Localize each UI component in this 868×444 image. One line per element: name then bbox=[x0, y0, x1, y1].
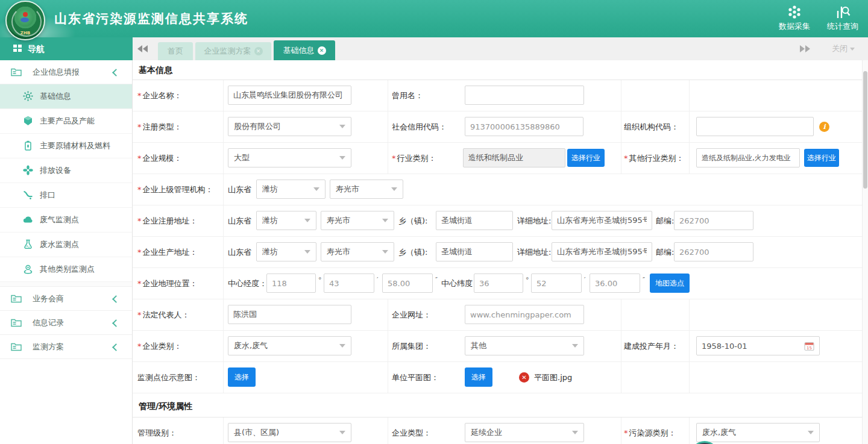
pollution-cat-select[interactable]: 废水,废气 bbox=[696, 423, 820, 442]
parent-city-select[interactable]: 潍坊 bbox=[256, 180, 326, 199]
reg-type-select[interactable]: 股份有限公司 bbox=[228, 117, 351, 136]
nav-grid-icon bbox=[13, 45, 22, 52]
chevron-left-icon bbox=[112, 343, 120, 351]
chevron-down-icon bbox=[808, 431, 814, 434]
vertical-scrollbar[interactable] bbox=[862, 60, 868, 444]
data-collect-button[interactable]: 数据采集 bbox=[779, 5, 810, 32]
section-management-attrs: 管理/环境属性 bbox=[133, 393, 862, 417]
website-input[interactable] bbox=[465, 305, 584, 324]
prod-zip-input[interactable] bbox=[674, 242, 753, 261]
degree-symbol: ° bbox=[318, 276, 322, 284]
lng-sec-input[interactable] bbox=[382, 274, 433, 293]
sidebar-group-label: 企业信息填报 bbox=[33, 60, 80, 84]
reg-zip-input[interactable] bbox=[674, 211, 753, 230]
calendar-icon[interactable]: 15 bbox=[804, 341, 814, 351]
divider bbox=[223, 331, 224, 361]
sidebar-item-materials[interactable]: 主要原辅材料及燃料 bbox=[0, 134, 132, 158]
industry-select-button[interactable]: 选择行业 bbox=[567, 149, 605, 167]
prod-date-input[interactable] bbox=[696, 336, 820, 355]
reg-city-select[interactable]: 潍坊 bbox=[256, 211, 316, 230]
plan-diagram-choose-button[interactable]: 选择 bbox=[465, 367, 492, 387]
sidebar-item-label: 主要原辅材料及燃料 bbox=[40, 134, 110, 158]
other-industry-input[interactable] bbox=[696, 148, 800, 167]
org-code-input[interactable] bbox=[696, 117, 814, 136]
prod-county-select[interactable]: 寿光市 bbox=[321, 242, 394, 261]
reg-county-select[interactable]: 寿光市 bbox=[321, 211, 394, 230]
folder-icon bbox=[11, 293, 22, 303]
tab-close-icon[interactable]: ✕ bbox=[254, 47, 263, 55]
prod-detail-input[interactable] bbox=[552, 242, 652, 261]
delete-file-icon[interactable]: ✕ bbox=[519, 372, 529, 383]
monitor-diagram-choose-button[interactable]: 选择 bbox=[228, 367, 256, 387]
folder-icon bbox=[11, 317, 22, 327]
industry-input[interactable] bbox=[463, 148, 565, 167]
sidebar-group-monitoring-plan[interactable]: 监测方案 bbox=[0, 335, 132, 359]
tab-basic-info-label: 基础信息 bbox=[283, 46, 315, 55]
close-tabs-menu[interactable]: 关闭 bbox=[832, 37, 855, 60]
sidebar-item-other-monitoring[interactable]: 其他类别监测点 bbox=[0, 257, 132, 282]
prod-city-select[interactable]: 潍坊 bbox=[256, 242, 316, 261]
credit-code-input[interactable] bbox=[465, 117, 583, 136]
prod-town-input[interactable] bbox=[436, 242, 513, 261]
divider bbox=[621, 80, 621, 111]
group-select[interactable]: 其他 bbox=[465, 336, 584, 355]
form-row-diagrams: 监测点位示意图： 选择 单位平面图： 选择 ✕ 平面图.jpg bbox=[133, 362, 862, 393]
divider bbox=[621, 331, 621, 361]
sidebar-item-outlets[interactable]: 排口 bbox=[0, 183, 132, 208]
lat-sec-input[interactable] bbox=[590, 274, 640, 293]
company-name-input[interactable] bbox=[228, 86, 351, 105]
sidebar-item-emission-equipment[interactable]: 排放设备 bbox=[0, 158, 132, 183]
scale-select[interactable]: 大型 bbox=[228, 148, 351, 167]
stats-query-button[interactable]: 统计查询 bbox=[827, 5, 858, 32]
sidebar-item-label: 排口 bbox=[40, 183, 55, 207]
tab-bar: 首页 企业监测方案✕ 基础信息✕ 关闭 bbox=[133, 37, 868, 60]
sidebar-item-water-monitoring[interactable]: 废水监测点 bbox=[0, 233, 132, 257]
reg-detail-input[interactable] bbox=[552, 211, 652, 230]
latitude-label: 中心纬度 bbox=[441, 268, 473, 299]
info-icon[interactable]: i bbox=[819, 122, 829, 132]
sidebar-item-products[interactable]: 主要产品及产能 bbox=[0, 109, 132, 134]
sidebar-group-enterprise-info[interactable]: 企业信息填报 bbox=[0, 60, 132, 84]
org-code-label: 组织机构代码： bbox=[624, 111, 679, 142]
sidebar-group-business-consult[interactable]: 业务会商 bbox=[0, 287, 132, 311]
divider bbox=[621, 143, 621, 174]
mgmt-level-select[interactable]: 县(市、区属) bbox=[228, 423, 351, 442]
lat-min-input[interactable] bbox=[531, 274, 582, 293]
enterprise-type-select[interactable]: 延续企业 bbox=[465, 423, 584, 442]
chevron-down-icon bbox=[339, 431, 345, 434]
chevron-left-icon bbox=[112, 69, 120, 77]
lng-deg-input[interactable] bbox=[266, 274, 316, 293]
folder-icon bbox=[11, 67, 22, 77]
scrollbar-thumb[interactable] bbox=[863, 71, 867, 189]
parent-county-select[interactable]: 寿光市 bbox=[330, 180, 403, 199]
svg-text:15: 15 bbox=[807, 346, 812, 351]
company-cat-select[interactable]: 废水,废气 bbox=[228, 336, 351, 355]
tab-basic-info[interactable]: 基础信息✕ bbox=[274, 40, 335, 60]
tab-close-icon[interactable]: ✕ bbox=[318, 46, 326, 55]
former-name-input[interactable] bbox=[465, 86, 584, 105]
form-row-company-cat: *企业类别： 废水,废气 所属集团： 其他 建成投产年月： 15 bbox=[133, 331, 862, 362]
tab-home[interactable]: 首页 bbox=[158, 42, 193, 60]
tab-enterprise-plan[interactable]: 企业监测方案✕ bbox=[195, 42, 271, 60]
lng-min-input[interactable] bbox=[324, 274, 374, 293]
legal-rep-input[interactable] bbox=[228, 305, 351, 324]
tab-enterprise-plan-label: 企业监测方案 bbox=[204, 46, 251, 55]
sidebar-group-info-records[interactable]: 信息记录 bbox=[0, 311, 132, 335]
lat-deg-input[interactable] bbox=[474, 274, 523, 293]
other-industry-select-button[interactable]: 选择行业 bbox=[804, 149, 839, 167]
attached-file-name[interactable]: 平面图.jpg bbox=[534, 362, 572, 393]
map-pick-button[interactable]: 地图选点 bbox=[650, 274, 690, 293]
scroll-tabs-right-icon[interactable] bbox=[800, 45, 810, 52]
sidebar-item-label: 废气监测点 bbox=[40, 208, 79, 232]
form-row-company-name: *企业名称： 曾用名： bbox=[133, 80, 862, 111]
main-content: 基本信息 *企业名称： 曾用名： *注册类型： 股份有限公司 社会信用代码： 组… bbox=[133, 60, 862, 444]
sidebar-item-label: 主要产品及产能 bbox=[40, 109, 95, 133]
chevron-down-icon bbox=[339, 125, 345, 128]
close-tabs-label: 关闭 bbox=[832, 44, 848, 53]
scroll-tabs-left-icon[interactable] bbox=[137, 45, 148, 52]
form-row-prod-address: *企业生产地址： 山东省 潍坊 寿光市 乡（镇): 详细地址: 邮编: bbox=[133, 237, 862, 268]
form-row-reg-type: *注册类型： 股份有限公司 社会信用代码： 组织机构代码： i bbox=[133, 111, 862, 143]
sidebar-item-basic-info[interactable]: 基础信息 bbox=[0, 84, 132, 109]
sidebar-item-gas-monitoring[interactable]: 废气监测点 bbox=[0, 208, 132, 233]
reg-town-input[interactable] bbox=[436, 211, 513, 230]
